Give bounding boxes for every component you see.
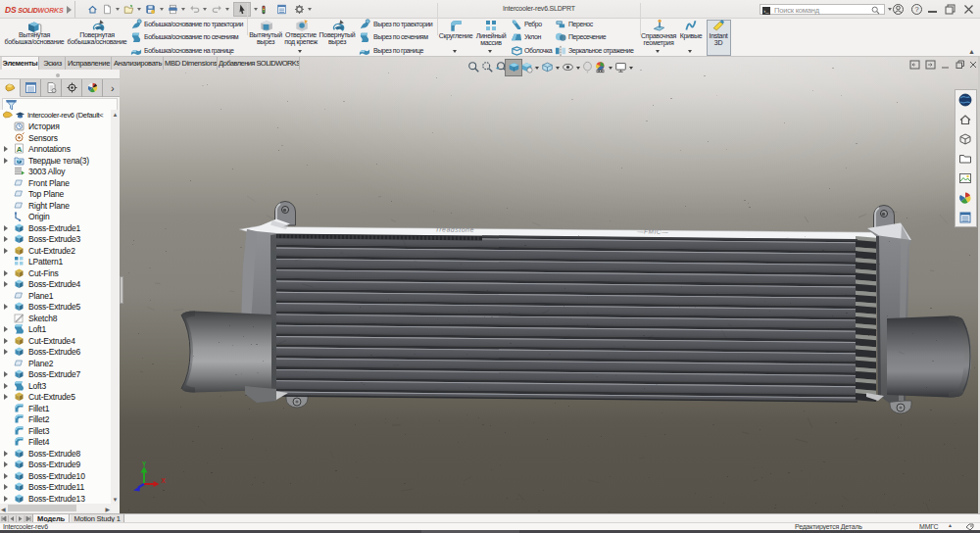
svg-text:X: X xyxy=(162,477,167,484)
svg-text:A: A xyxy=(17,145,23,154)
svg-text:Y: Y xyxy=(142,460,147,467)
